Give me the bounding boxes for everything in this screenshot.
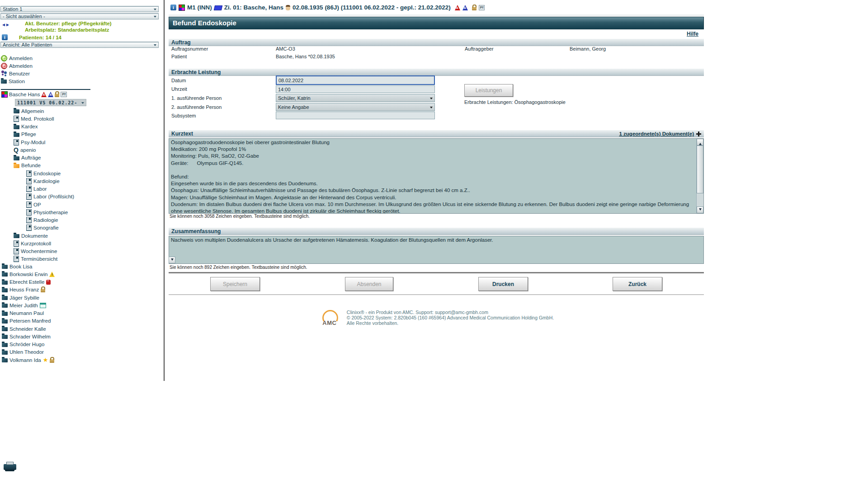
scroll-down-button[interactable]	[697, 206, 703, 213]
nav-label: Anmelden	[9, 56, 33, 61]
patient-row[interactable]: Book Lisa	[0, 263, 164, 270]
tree-item-kardex[interactable]: Kardex	[0, 123, 164, 131]
scroll-down-button[interactable]	[169, 257, 175, 263]
patient-row[interactable]: Heuss Franz	[0, 286, 164, 294]
zusammenfassung-hint: Sie können noch 892 Zeichen eingeben. Te…	[170, 265, 307, 270]
tree-item-psy-modul[interactable]: Psy-Modul	[0, 138, 164, 146]
tree-item-endoskopie[interactable]: Endoskopie	[0, 169, 164, 177]
folder-icon	[14, 234, 19, 238]
case-select[interactable]: 111001 VS 06.02.22-	[15, 99, 86, 106]
info-icon[interactable]: i	[2, 34, 8, 40]
lock-icon	[50, 359, 54, 363]
patient-row[interactable]: Schrader Wilhelm	[0, 333, 164, 340]
page-title: Befund Endoskopie	[169, 17, 704, 29]
tree-item-labor-profilsicht[interactable]: Labor (Profilsicht)	[0, 193, 164, 201]
folder-icon	[14, 156, 19, 160]
auftragsnummer-value: AMC-O3	[276, 46, 295, 52]
room-icon	[214, 5, 222, 10]
document-icon	[26, 209, 32, 216]
scroll-up-button[interactable]	[697, 139, 703, 145]
view-select-value: - Sicht auswählen -	[3, 14, 45, 19]
patient-row[interactable]: Schneider Kalle	[0, 325, 164, 333]
drucken-button[interactable]: Drucken	[478, 277, 528, 291]
tree-item-wochentermine[interactable]: Wochentermine	[0, 248, 164, 255]
tree-item-kurzprotokoll[interactable]: Kurzprotokoll	[0, 239, 164, 247]
scroll-thumb[interactable]	[697, 145, 703, 193]
nav-label: Benutzer	[9, 71, 30, 76]
document-icon	[14, 240, 19, 247]
calendar-icon	[40, 303, 46, 308]
chevron-down-icon	[154, 16, 156, 19]
subsystem-input[interactable]	[276, 112, 435, 119]
folder-icon	[2, 312, 8, 316]
folder-icon	[2, 296, 8, 300]
info-icon[interactable]: i	[170, 5, 176, 10]
tree-item-sonografie[interactable]: Sonografie	[0, 224, 164, 232]
tree-item-med-protokoll[interactable]: Med. Protokoll	[0, 115, 164, 122]
room-patient-label: Zi. 01: Basche, Hans	[224, 4, 283, 11]
amc-logo-text: AMC	[319, 319, 340, 326]
printer-icon[interactable]	[4, 464, 16, 470]
ansicht-select[interactable]: Ansicht: Alle Patienten	[0, 42, 159, 48]
patient-row[interactable]: Jäger Sybille	[0, 294, 164, 301]
view-select[interactable]: - Sicht auswählen -	[0, 13, 159, 19]
person2-select[interactable]: Keine Angabe	[276, 103, 435, 111]
tree-item-pflege[interactable]: Pflege	[0, 131, 164, 138]
patient-row[interactable]: Meier Judith	[0, 301, 164, 309]
nav-anmelden[interactable]: Anmelden	[1, 55, 33, 61]
allergy-red-icon: A	[41, 92, 47, 97]
datum-input[interactable]	[276, 75, 435, 85]
person1-select[interactable]: Schüler, Katrin	[276, 94, 435, 102]
tree-item-kardiologie[interactable]: Kardiologie	[0, 177, 164, 185]
pf-badge-icon: Pf	[61, 92, 67, 97]
document-icon	[14, 248, 19, 254]
patient-row[interactable]: Uhlen Theodor	[0, 348, 164, 356]
tree-item-radiologie[interactable]: Radiologie	[0, 216, 164, 224]
leistungen-button[interactable]: Leistungen	[464, 84, 513, 97]
tree-item-apenio[interactable]: Qapenio	[0, 146, 164, 154]
patient-row[interactable]: Borkowski Erwin!	[0, 270, 164, 278]
add-document-icon[interactable]	[696, 131, 701, 136]
uhrzeit-input[interactable]	[276, 85, 435, 93]
document-icon	[26, 186, 32, 192]
nav-station[interactable]: Station	[1, 78, 25, 84]
folder-icon	[14, 125, 19, 129]
tree-item-physiotherapie[interactable]: Physiotherapie	[0, 208, 164, 216]
station-select[interactable]: Station 1	[0, 6, 159, 12]
patient-row[interactable]: Petersen Manfred	[0, 317, 164, 325]
patient-value: Basche, Hans *02.08.1935	[276, 54, 335, 59]
help-link[interactable]: Hilfe	[687, 31, 698, 37]
footer-line3: Alle Rechte vorbehalten.	[347, 321, 554, 326]
patient-row[interactable]: Schröder Hugo	[0, 341, 164, 348]
allergy-red-icon: A	[455, 5, 460, 10]
main-content: i M1 (INN) Zi. 01: Basche, Hans 02.08.19…	[169, 0, 704, 488]
selected-patient-row[interactable]: Basche Hans A A Pf	[1, 91, 67, 98]
folder-icon	[2, 343, 8, 347]
patient-row[interactable]: Ebrecht Estelle	[0, 278, 164, 286]
nav-benutzer[interactable]: Benutzer	[1, 70, 30, 77]
assigned-documents-link[interactable]: 1 zugeordnete(s) Dokument(e)	[619, 131, 694, 136]
absenden-button[interactable]: Absenden	[345, 277, 393, 291]
kurztext-textarea[interactable]	[169, 138, 704, 214]
tree-item-allgemein[interactable]: Allgemein	[0, 107, 164, 115]
tree-item-terminuebersicht[interactable]: Terminübersicht	[0, 255, 164, 263]
subsystem-label: Subsystem	[171, 113, 196, 118]
nav-label: Station	[9, 79, 25, 84]
tree-item-op[interactable]: OP	[0, 201, 164, 208]
lock-icon	[41, 289, 45, 292]
speichern-button[interactable]: Speichern	[210, 277, 260, 291]
auftraggeber-value: Beimann, Georg	[570, 46, 606, 52]
tree-item-labor[interactable]: Labor	[0, 185, 164, 193]
zurueck-button[interactable]: Zurück	[613, 277, 662, 291]
patient-row[interactable]: Neumann Paul	[0, 310, 164, 317]
tree-item-auftraege[interactable]: Aufträge	[0, 154, 164, 162]
tree-item-befunde[interactable]: Befunde	[0, 162, 164, 169]
nav-abmelden[interactable]: Abmelden	[1, 62, 33, 69]
patient-count: Patienten: 14 / 14	[19, 35, 61, 41]
collapse-arrows-icon[interactable]: ◄►	[1, 22, 9, 27]
patient-row[interactable]: Volkmann Ida★	[0, 356, 164, 364]
zusammenfassung-textarea[interactable]	[169, 236, 704, 264]
kurztext-scrollbar[interactable]	[696, 139, 703, 213]
tree-item-dokumente[interactable]: Dokumente	[0, 232, 164, 239]
divider	[1, 89, 90, 90]
